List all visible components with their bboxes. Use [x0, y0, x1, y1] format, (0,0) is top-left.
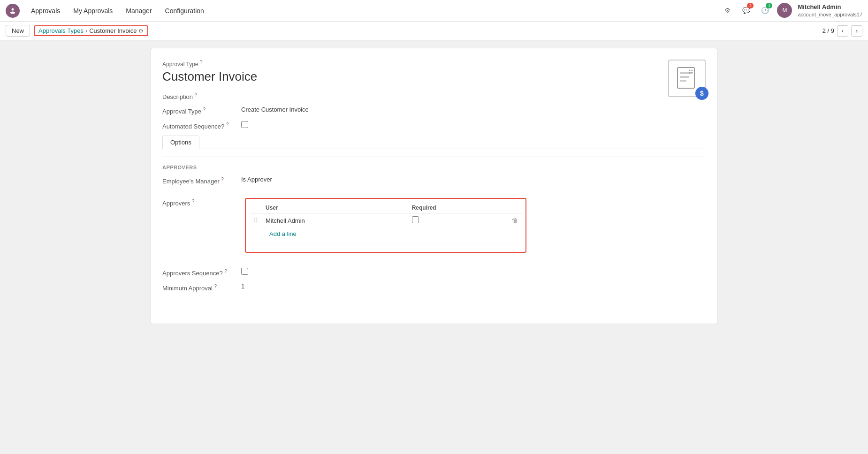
approvers-box: User Required ⠿ Mitchell Admin 🗑 [245, 198, 526, 253]
breadcrumb-gear-icon[interactable]: ⚙ [138, 28, 144, 34]
new-button[interactable]: New [6, 25, 30, 37]
breadcrumb-separator: › [85, 27, 87, 34]
app-logo [6, 4, 20, 18]
user-info[interactable]: Mitchell Admin account_move_approvals17 [798, 3, 862, 19]
username: Mitchell Admin [798, 3, 862, 11]
approvers-label: Approvers ? [162, 198, 237, 207]
description-row: Description ? [162, 91, 706, 100]
automated-sequence-label: Automated Sequence? ? [162, 121, 237, 130]
table-row: ⠿ Mitchell Admin 🗑 [250, 213, 522, 228]
action-bar: New Approvals Types › Customer Invoice ⚙… [0, 22, 868, 40]
description-help-icon[interactable]: ? [195, 92, 198, 98]
minimum-approval-value: 1 [241, 283, 244, 290]
approval-type-help-icon[interactable]: ? [203, 107, 206, 112]
form-card: $ Approval Type ? Customer Invoice Descr… [151, 48, 717, 324]
nav-approvals[interactable]: Approvals [25, 5, 66, 16]
pagination-prev[interactable]: ‹ [837, 25, 848, 37]
clock-icon-btn[interactable]: 🕐 1 [758, 4, 771, 17]
main-content: $ Approval Type ? Customer Invoice Descr… [143, 40, 725, 332]
approvers-seq-help-icon[interactable]: ? [224, 269, 227, 274]
employees-manager-label: Employee's Manager ? [162, 176, 237, 185]
user-cell: Mitchell Admin [262, 213, 408, 228]
automated-sequence-checkbox[interactable] [241, 121, 248, 128]
col-user-header: User [262, 203, 408, 213]
svg-point-1 [10, 11, 15, 14]
gear-icon-btn[interactable]: ⚙ [721, 4, 734, 17]
automated-sequence-row: Automated Sequence? ? [162, 121, 706, 130]
employees-manager-row: Employee's Manager ? Is Approver [162, 176, 706, 185]
svg-point-0 [12, 8, 14, 10]
min-approval-help-icon[interactable]: ? [214, 284, 217, 289]
col-delete [508, 203, 522, 213]
nav-configuration[interactable]: Configuration [160, 5, 210, 16]
approval-type-value: Create Customer Invoice [241, 106, 309, 113]
approvers-section-title: APPROVERS [162, 165, 706, 170]
approvers-field-row: Approvers ? User Required ⠿ [162, 198, 706, 253]
emp-manager-help-icon[interactable]: ? [221, 177, 224, 182]
breadcrumb: Approvals Types › Customer Invoice ⚙ [34, 25, 148, 36]
automated-seq-help-icon[interactable]: ? [226, 122, 229, 127]
nav-my-approvals[interactable]: My Approvals [68, 5, 118, 16]
svg-rect-5 [680, 80, 686, 82]
form-title: Customer Invoice [162, 69, 706, 84]
svg-point-8 [692, 72, 693, 74]
approvers-sequence-label: Approvers Sequence? ? [162, 268, 237, 277]
svg-point-6 [692, 70, 693, 71]
approvers-sequence-row: Approvers Sequence? ? [162, 268, 706, 277]
clock-badge: 1 [766, 3, 772, 8]
add-line-button[interactable]: Add a line [266, 228, 300, 239]
tab-options[interactable]: Options [162, 136, 199, 149]
chat-badge: 2 [747, 3, 754, 8]
pagination: 2 / 9 ‹ › [822, 25, 862, 37]
svg-point-7 [689, 70, 691, 71]
table-bottom-divider [250, 244, 522, 244]
chat-icon-btn[interactable]: 💬 2 [739, 4, 753, 17]
gear-icon: ⚙ [724, 7, 731, 14]
svg-rect-4 [680, 76, 689, 78]
form-header: Approval Type ? Customer Invoice [162, 60, 706, 84]
user-account: account_move_approvals17 [798, 11, 862, 18]
avatar[interactable]: M [777, 3, 792, 18]
pagination-text: 2 / 9 [822, 27, 834, 34]
tabs: Options [162, 136, 706, 149]
pagination-next[interactable]: › [851, 25, 862, 37]
invoice-icon: $ [668, 60, 706, 97]
minimum-approval-label: Minimum Approval ? [162, 283, 237, 292]
breadcrumb-current: Customer Invoice [89, 27, 137, 34]
approvers-sequence-checkbox[interactable] [241, 268, 248, 275]
delete-row-icon[interactable]: 🗑 [511, 217, 518, 224]
description-label: Description ? [162, 91, 237, 100]
approval-type-header-label: Approval Type ? [162, 60, 706, 68]
section-divider-1 [162, 157, 706, 157]
dollar-badge: $ [695, 87, 708, 100]
invoice-svg [675, 67, 699, 90]
required-checkbox[interactable] [412, 216, 419, 223]
nav-manager[interactable]: Manager [120, 5, 157, 16]
employees-manager-value: Is Approver [241, 176, 272, 183]
approval-type-row: Approval Type ? Create Customer Invoice [162, 106, 706, 115]
add-line-row: Add a line [250, 227, 522, 240]
svg-point-9 [689, 72, 691, 74]
top-navigation: Approvals My Approvals Manager Configura… [0, 0, 868, 22]
approval-type-label: Approval Type ? [162, 106, 237, 115]
breadcrumb-parent-link[interactable]: Approvals Types [38, 27, 84, 34]
minimum-approval-row: Minimum Approval ? 1 [162, 283, 706, 292]
col-required-header: Required [408, 203, 508, 213]
approvers-help-icon[interactable]: ? [192, 199, 195, 204]
approvers-table: User Required ⠿ Mitchell Admin 🗑 [250, 203, 522, 240]
help-icon-title[interactable]: ? [200, 60, 203, 65]
drag-handle-icon[interactable]: ⠿ [253, 217, 258, 224]
col-drag [250, 203, 262, 213]
